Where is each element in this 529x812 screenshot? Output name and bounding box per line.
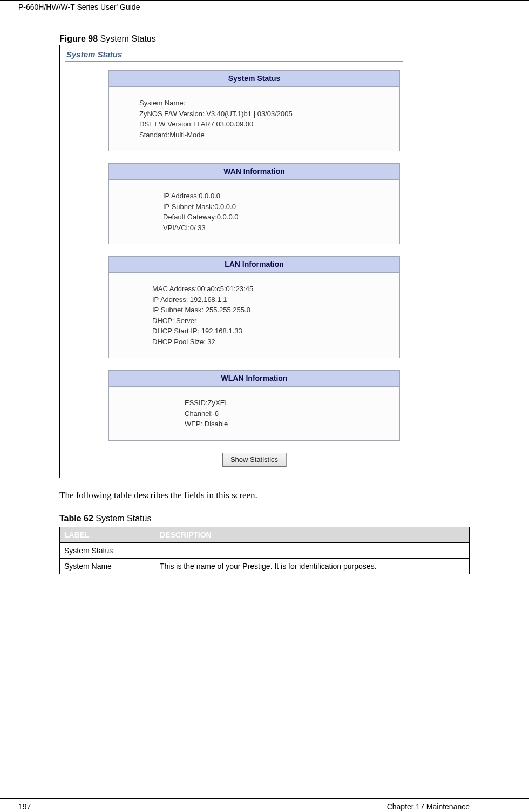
body-paragraph: The following table describes the fields… <box>59 490 470 501</box>
th-description: DESCRIPTION <box>155 527 470 542</box>
lan-mac-line: MAC Address:00:a0:c5:01:23:45 <box>152 284 395 294</box>
lan-dhcp-start-line: DHCP Start IP: 192.168.1.33 <box>152 326 395 337</box>
th-label-text: LABEL <box>64 531 90 539</box>
dsl-fw-line: DSL FW Version:TI AR7 03.00.09.00 <box>139 119 395 130</box>
panel-header-wan: WAN Information <box>109 164 399 180</box>
table-number: Table 62 <box>59 514 93 523</box>
panel-wlan-info: WLAN Information ESSID:ZyXEL Channel: 6 … <box>108 370 400 441</box>
cell-desc-system-name: This is the name of your Prestige. It is… <box>155 558 470 574</box>
panel-wan-info: WAN Information IP Address:0.0.0.0 IP Su… <box>108 163 400 244</box>
panel-lan-info: LAN Information MAC Address:00:a0:c5:01:… <box>108 256 400 358</box>
figure-number: Figure 98 <box>59 34 98 43</box>
panel-container: System Status System Name: ZyNOS F/W Ver… <box>108 70 400 467</box>
panel-body-system: System Name: ZyNOS F/W Version: V3.40(UT… <box>109 87 399 151</box>
figure-title: System Status <box>98 34 156 43</box>
wlan-channel-line: Channel: 6 <box>185 408 395 419</box>
panel-body-wan: IP Address:0.0.0.0 IP Subnet Mask:0.0.0.… <box>109 180 399 244</box>
panel-body-wlan: ESSID:ZyXEL Channel: 6 WEP: Disable <box>109 387 399 440</box>
table-row: System Name This is the name of your Pre… <box>60 558 470 574</box>
page: P-660H/HW/W-T Series User' Guide Figure … <box>0 0 529 812</box>
system-name-line: System Name: <box>139 98 395 109</box>
screenshot-frame: System Status System Status System Name:… <box>59 45 409 478</box>
button-row: Show Statistics <box>108 453 400 467</box>
content-area: Figure 98 System Status System Status Sy… <box>0 11 529 574</box>
panel-system-status: System Status System Name: ZyNOS F/W Ver… <box>108 70 400 151</box>
page-number: 197 <box>18 802 31 811</box>
table-title: System Status <box>93 514 152 523</box>
chapter-label: Chapter 17 Maintenance <box>387 802 470 811</box>
table-caption: Table 62 System Status <box>59 514 470 524</box>
cell-system-status: System Status <box>60 542 470 558</box>
wan-ip-line: IP Address:0.0.0.0 <box>163 191 395 202</box>
panel-header-system: System Status <box>109 71 399 87</box>
standard-line: Standard:Multi-Mode <box>139 130 395 140</box>
lan-dhcp-pool-line: DHCP Pool Size: 32 <box>152 337 395 347</box>
panel-header-wlan: WLAN Information <box>109 371 399 387</box>
panel-header-lan: LAN Information <box>109 257 399 273</box>
th-desc-text: DESCRIPTION <box>160 531 212 539</box>
wlan-wep-line: WEP: Disable <box>185 419 395 430</box>
panel-body-lan: MAC Address:00:a0:c5:01:23:45 IP Address… <box>109 273 399 358</box>
figure-caption: Figure 98 System Status <box>59 34 470 44</box>
th-label: LABEL <box>60 527 155 542</box>
lan-ip-line: IP Address: 192.168.1.1 <box>152 294 395 305</box>
wan-gateway-line: Default Gateway:0.0.0.0 <box>163 212 395 223</box>
wan-vpi-line: VPI/VCI:0/ 33 <box>163 223 395 233</box>
lan-subnet-line: IP Subnet Mask: 255.255.255.0 <box>152 305 395 316</box>
table-row: System Status <box>60 542 470 558</box>
screenshot-title: System Status <box>60 45 409 59</box>
page-footer: 197 Chapter 17 Maintenance <box>0 798 529 802</box>
wlan-essid-line: ESSID:ZyXEL <box>185 398 395 408</box>
cell-label-system-name: System Name <box>60 558 155 574</box>
show-statistics-button[interactable]: Show Statistics <box>222 453 286 467</box>
lan-dhcp-line: DHCP: Server <box>152 316 395 326</box>
screenshot-divider <box>65 61 403 62</box>
fw-version-line: ZyNOS F/W Version: V3.40(UT.1)b1 | 03/03… <box>139 109 395 119</box>
wan-subnet-line: IP Subnet Mask:0.0.0.0 <box>163 202 395 212</box>
description-table: LABEL DESCRIPTION System Status System N… <box>59 527 470 574</box>
table-header-row: LABEL DESCRIPTION <box>60 527 470 542</box>
running-header: P-660H/HW/W-T Series User' Guide <box>0 1 529 11</box>
